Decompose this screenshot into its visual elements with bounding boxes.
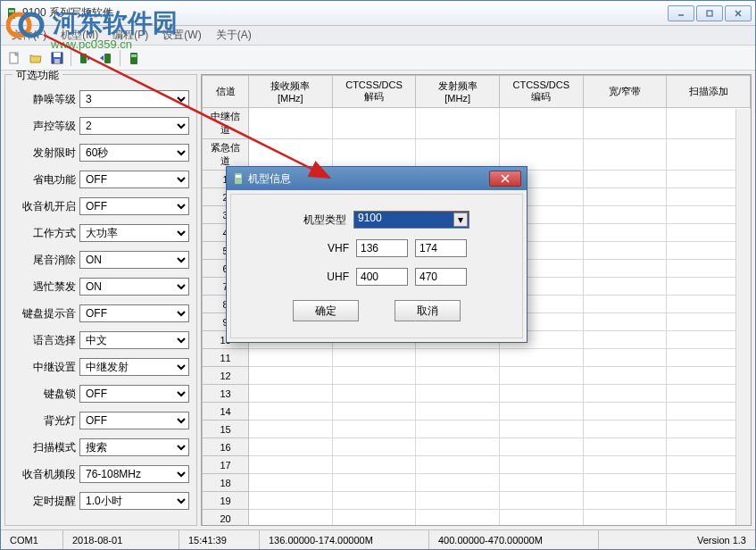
cell[interactable] bbox=[249, 438, 333, 456]
cancel-button[interactable]: 取消 bbox=[395, 300, 461, 321]
option-select[interactable]: 中文 bbox=[79, 331, 189, 349]
cell[interactable] bbox=[416, 367, 500, 385]
option-select[interactable]: ON bbox=[79, 278, 189, 296]
cell[interactable] bbox=[499, 108, 583, 139]
cell[interactable] bbox=[583, 438, 667, 456]
cell[interactable] bbox=[583, 421, 667, 438]
ok-button[interactable]: 确定 bbox=[293, 300, 359, 321]
write-device-icon[interactable] bbox=[96, 48, 116, 68]
cell[interactable] bbox=[332, 403, 416, 421]
option-select[interactable]: OFF bbox=[79, 171, 189, 188]
cell[interactable] bbox=[416, 510, 500, 527]
cell[interactable] bbox=[249, 403, 333, 421]
vhf-high-input[interactable] bbox=[415, 239, 467, 257]
save-file-icon[interactable] bbox=[47, 48, 67, 68]
table-row[interactable]: 16 bbox=[203, 438, 751, 456]
vertical-scrollbar[interactable] bbox=[735, 109, 751, 525]
cell[interactable] bbox=[583, 206, 667, 224]
uhf-high-input[interactable] bbox=[415, 268, 467, 286]
cell[interactable] bbox=[499, 367, 583, 385]
option-select[interactable]: 60秒 bbox=[79, 144, 189, 162]
table-row[interactable]: 19 bbox=[203, 492, 751, 510]
cell[interactable] bbox=[499, 510, 583, 527]
cell[interactable] bbox=[499, 421, 583, 438]
cell[interactable] bbox=[583, 385, 667, 403]
option-select[interactable]: 搜索 bbox=[79, 438, 189, 456]
cell[interactable] bbox=[332, 367, 416, 385]
option-select[interactable]: 76-108MHz bbox=[79, 465, 189, 483]
cell[interactable] bbox=[249, 492, 333, 510]
cell[interactable] bbox=[499, 403, 583, 421]
menu-about[interactable]: 关于(A) bbox=[209, 26, 259, 45]
cell[interactable] bbox=[583, 403, 667, 421]
minimize-button[interactable] bbox=[668, 5, 694, 21]
cell[interactable] bbox=[416, 403, 500, 421]
model-info-icon[interactable] bbox=[124, 48, 144, 68]
cell[interactable] bbox=[249, 108, 333, 139]
table-row[interactable]: 13 bbox=[203, 385, 751, 403]
table-row[interactable]: 17 bbox=[203, 456, 751, 474]
cell[interactable] bbox=[583, 242, 667, 260]
option-select[interactable]: OFF bbox=[79, 197, 189, 215]
cell[interactable] bbox=[332, 510, 416, 527]
cell[interactable] bbox=[332, 108, 416, 139]
cell[interactable] bbox=[249, 456, 333, 474]
cell[interactable] bbox=[499, 456, 583, 474]
option-select[interactable]: 大功率 bbox=[79, 224, 189, 242]
option-select[interactable]: 1.0小时 bbox=[79, 492, 189, 510]
cell[interactable] bbox=[332, 474, 416, 492]
cell[interactable] bbox=[583, 367, 667, 385]
cell[interactable] bbox=[499, 385, 583, 403]
cell[interactable] bbox=[583, 474, 667, 492]
option-select[interactable]: OFF bbox=[79, 304, 189, 322]
option-select[interactable]: 2 bbox=[79, 117, 189, 135]
new-file-icon[interactable] bbox=[4, 48, 24, 68]
cell[interactable] bbox=[416, 349, 500, 367]
cell[interactable] bbox=[332, 421, 416, 438]
uhf-low-input[interactable] bbox=[356, 268, 408, 286]
cell[interactable] bbox=[583, 510, 667, 527]
table-row[interactable]: 15 bbox=[203, 421, 751, 438]
cell[interactable] bbox=[249, 385, 333, 403]
cell[interactable] bbox=[416, 456, 500, 474]
cell[interactable] bbox=[416, 108, 500, 139]
cell[interactable] bbox=[499, 474, 583, 492]
cell[interactable] bbox=[249, 367, 333, 385]
cell[interactable] bbox=[332, 385, 416, 403]
maximize-button[interactable] bbox=[696, 5, 723, 21]
table-row[interactable]: 中继信道 bbox=[203, 108, 751, 139]
option-select[interactable]: OFF bbox=[79, 385, 189, 403]
menu-model[interactable]: 机型(M) bbox=[54, 26, 105, 45]
table-row[interactable]: 18 bbox=[203, 474, 751, 492]
cell[interactable] bbox=[583, 313, 667, 331]
cell[interactable] bbox=[583, 331, 667, 349]
cell[interactable] bbox=[416, 438, 500, 456]
cell[interactable] bbox=[583, 456, 667, 474]
table-row[interactable]: 12 bbox=[203, 367, 751, 385]
cell[interactable] bbox=[416, 385, 500, 403]
cell[interactable] bbox=[583, 260, 667, 278]
cell[interactable] bbox=[583, 224, 667, 242]
cell[interactable] bbox=[249, 349, 333, 367]
option-select[interactable]: OFF bbox=[79, 412, 189, 429]
read-device-icon[interactable] bbox=[75, 48, 95, 68]
cell[interactable] bbox=[332, 349, 416, 367]
cell[interactable] bbox=[332, 492, 416, 510]
cell[interactable] bbox=[583, 171, 667, 188]
cell[interactable] bbox=[332, 438, 416, 456]
cell[interactable] bbox=[416, 492, 500, 510]
option-select[interactable]: ON bbox=[79, 251, 189, 269]
table-row[interactable]: 20 bbox=[203, 510, 751, 527]
menu-settings[interactable]: 设置(W) bbox=[155, 26, 208, 45]
cell[interactable] bbox=[332, 456, 416, 474]
cell[interactable] bbox=[583, 492, 667, 510]
menu-program[interactable]: 编程(P) bbox=[105, 26, 155, 45]
cell[interactable] bbox=[583, 188, 667, 206]
table-row[interactable]: 14 bbox=[203, 403, 751, 421]
vhf-low-input[interactable] bbox=[356, 239, 408, 257]
option-select[interactable]: 中继发射 bbox=[79, 358, 189, 376]
close-button[interactable] bbox=[725, 5, 752, 21]
cell[interactable] bbox=[583, 349, 667, 367]
cell[interactable] bbox=[249, 510, 333, 527]
cell[interactable] bbox=[499, 349, 583, 367]
